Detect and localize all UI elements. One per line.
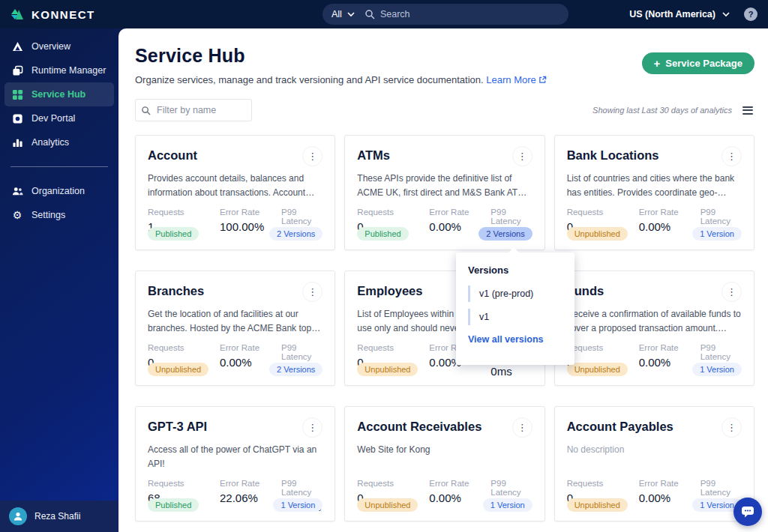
kebab-menu-button[interactable]: ⋮ [722, 146, 742, 166]
region-selector[interactable]: US (North America) ? [629, 0, 758, 28]
stat-label: Requests [148, 479, 220, 488]
service-card-atms[interactable]: ATMs ⋮ These APIs provide the definitive… [344, 135, 544, 250]
service-card-account[interactable]: Account ⋮ Provides account details, bala… [135, 135, 335, 250]
version-item[interactable]: v1 (pre-prod) [468, 285, 562, 302]
user-menu[interactable]: Reza Shafii [0, 501, 118, 532]
kebab-icon: ⋮ [308, 151, 317, 161]
service-card-branches[interactable]: Branches ⋮ Get the location of and facil… [135, 270, 335, 386]
versions-badge[interactable]: 1 Version [692, 227, 742, 241]
versions-badge[interactable]: 1 Version [692, 363, 742, 376]
region-label: US (North America) [629, 9, 716, 19]
sidebar-divider [10, 166, 108, 167]
service-card-title[interactable]: Account [148, 148, 197, 163]
search-input[interactable] [380, 9, 560, 19]
kebab-menu-button[interactable]: ⋮ [302, 417, 322, 438]
sidebar-item-dev-portal[interactable]: Dev Portal [4, 106, 114, 130]
status-badge: Unpublished [567, 363, 628, 376]
versions-badge[interactable]: 1 Version [483, 498, 532, 512]
kebab-menu-button[interactable]: ⋮ [512, 417, 532, 438]
stat-label: Requests [357, 343, 429, 352]
runtime-manager-icon [11, 64, 23, 76]
kebab-menu-button[interactable]: ⋮ [512, 146, 532, 166]
stat-label: Error Rate [220, 208, 281, 217]
page-subtitle: Organize services, manage and track vers… [135, 74, 754, 86]
status-badge: Published [357, 227, 408, 241]
view-all-versions-link[interactable]: View all versions [468, 334, 544, 345]
sidebar-item-service-hub[interactable]: Service Hub [4, 82, 114, 106]
service-card-title[interactable]: Employees [357, 284, 422, 298]
stat-label: Error Rate [220, 343, 281, 352]
kebab-menu-button[interactable]: ⋮ [302, 146, 322, 166]
service-card-title[interactable]: Branches [148, 284, 204, 298]
kebab-menu-button[interactable]: ⋮ [722, 417, 742, 438]
service-card-title[interactable]: Bank Locations [567, 148, 659, 163]
sidebar-item-label: Organization [32, 186, 85, 196]
kebab-menu-button[interactable]: ⋮ [722, 282, 742, 302]
kebab-icon: ⋮ [308, 423, 317, 432]
list-view-icon[interactable] [741, 105, 754, 116]
service-card-account-receivables[interactable]: Account Receivables ⋮ Web Site for Kong … [344, 406, 544, 522]
stat-label: Requests [148, 343, 220, 352]
sidebar-item-label: Settings [32, 210, 65, 220]
plus-icon: + [654, 57, 661, 70]
service-card-funds[interactable]: Funds ⋮ Receive a confirmation of availa… [554, 270, 754, 386]
sidebar: Overview Runtime Manager Service Hub Dev… [0, 28, 118, 532]
stat-label: P99 Latency [490, 479, 532, 497]
konnect-logo[interactable]: KONNECT [9, 0, 95, 28]
chat-bubble-icon [740, 505, 755, 519]
service-card-title[interactable]: Account Receivables [357, 420, 482, 434]
search-scope-dropdown[interactable]: All [332, 9, 342, 19]
service-card-gpt3-api[interactable]: GPT-3 API ⋮ Access all of the power of C… [135, 406, 335, 522]
stat-label: Error Rate [429, 479, 490, 488]
filter-input[interactable] [135, 99, 252, 121]
versions-badge-active[interactable]: 2 Versions [478, 227, 532, 241]
stat-label: P99 Latency [281, 479, 322, 497]
konnect-logo-icon [9, 7, 26, 22]
chevron-down-icon [722, 12, 730, 17]
status-badge: Published [148, 227, 199, 241]
sidebar-item-runtime-manager[interactable]: Runtime Manager [4, 58, 114, 82]
versions-popover-title: Versions [468, 265, 562, 276]
versions-badge[interactable]: 2 Versions [269, 363, 322, 376]
service-card-title[interactable]: ATMs [357, 148, 390, 163]
chevron-down-icon[interactable] [347, 12, 355, 17]
status-badge: Unpublished [148, 363, 208, 376]
service-card-description: No description [567, 443, 742, 471]
kebab-icon: ⋮ [518, 151, 527, 161]
stat-label: P99 Latency [281, 208, 322, 226]
stat-label: Requests [148, 208, 220, 217]
filter-field [135, 99, 252, 121]
stat-label: P99 Latency [700, 208, 742, 226]
status-badge: Unpublished [567, 227, 628, 241]
service-grid: Account ⋮ Provides account details, bala… [135, 135, 754, 522]
help-icon[interactable]: ? [744, 7, 758, 21]
learn-more-link[interactable]: Learn More [486, 74, 546, 85]
stat-label: Requests [357, 208, 429, 217]
sidebar-item-analytics[interactable]: Analytics [4, 130, 114, 154]
sidebar-item-organization[interactable]: Organization [4, 179, 114, 203]
service-card-title[interactable]: GPT-3 API [148, 420, 207, 434]
service-card-description: Web Site for Kong [357, 443, 532, 471]
sidebar-item-overview[interactable]: Overview [4, 34, 114, 58]
service-card-title[interactable]: Account Payables [567, 420, 674, 434]
chat-widget-button[interactable] [734, 498, 762, 526]
stat-label: Requests [357, 479, 429, 488]
kebab-icon: ⋮ [727, 423, 736, 432]
stat-label: P99 Latency [490, 208, 532, 226]
versions-badge[interactable]: 1 Version [273, 498, 322, 512]
version-item[interactable]: v1 [468, 309, 562, 325]
stat-label: Requests [567, 208, 639, 217]
service-card-description: These APIs provide the definitive list o… [357, 172, 532, 199]
status-badge: Unpublished [567, 498, 628, 512]
kebab-menu-button[interactable]: ⋮ [302, 282, 322, 302]
main-content: Service Hub Organize services, manage an… [118, 28, 768, 532]
kebab-icon: ⋮ [727, 151, 736, 161]
stat-label: Requests [567, 343, 639, 352]
service-card-bank-locations[interactable]: Bank Locations ⋮ List of countries and c… [554, 135, 754, 250]
service-package-button[interactable]: + Service Package [642, 52, 754, 74]
versions-badge[interactable]: 2 Versions [269, 227, 322, 241]
sidebar-item-settings[interactable]: ⚙ Settings [4, 203, 114, 227]
service-card-account-payables[interactable]: Account Payables ⋮ No description Reques… [554, 406, 754, 522]
stat-label: P99 Latency [700, 479, 742, 497]
avatar [9, 507, 27, 525]
